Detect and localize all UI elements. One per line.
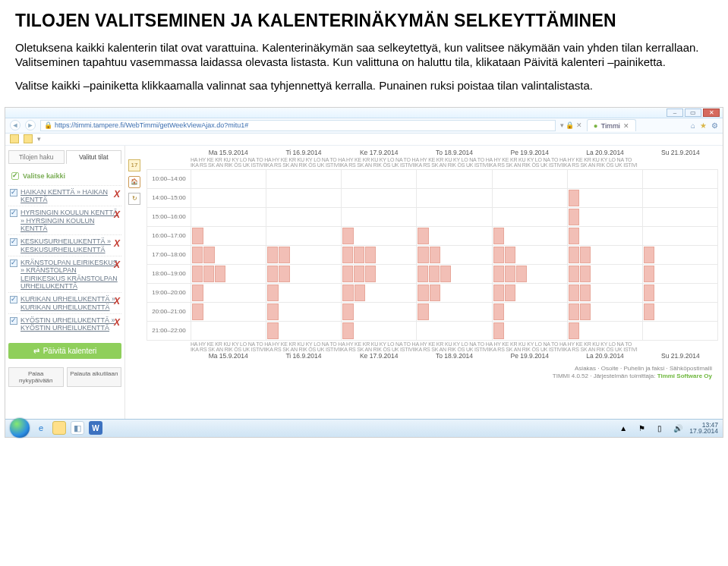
booking-bar[interactable]	[493, 285, 504, 301]
window-minimize-button[interactable]: –	[667, 108, 683, 117]
booking-bar[interactable]	[215, 266, 225, 282]
checkbox-icon[interactable]	[10, 189, 17, 197]
booking-bar[interactable]	[342, 247, 353, 263]
checkbox-icon[interactable]	[10, 259, 17, 267]
calendar-cell[interactable]	[567, 188, 642, 207]
calendar-cell[interactable]	[266, 188, 342, 207]
calendar-cell[interactable]	[342, 226, 417, 245]
booking-bar[interactable]	[354, 266, 364, 282]
calendar-cell[interactable]	[417, 283, 492, 302]
booking-bar[interactable]	[192, 228, 203, 244]
favorite-icon[interactable]	[24, 134, 33, 143]
calendar-cell[interactable]	[567, 264, 642, 283]
booking-bar[interactable]	[644, 303, 655, 320]
calendar-cell[interactable]	[492, 302, 567, 321]
room-item[interactable]: KURIKAN URHEILUKENTTÄ » KURIKAN URHEILUK…	[8, 292, 121, 313]
calendar-cell[interactable]	[266, 207, 342, 226]
checkbox-icon[interactable]	[10, 317, 17, 325]
calendar-cell[interactable]	[492, 245, 567, 264]
booking-bar[interactable]	[203, 247, 214, 263]
booking-bar[interactable]	[365, 247, 376, 263]
booking-bar[interactable]	[418, 247, 428, 263]
calendar-cell[interactable]	[266, 169, 342, 188]
calendar-cell[interactable]	[191, 207, 266, 226]
calendar-cell[interactable]	[492, 226, 567, 245]
booking-bar[interactable]	[418, 266, 428, 282]
remove-room-button[interactable]: X	[114, 189, 120, 200]
booking-bar[interactable]	[430, 247, 440, 263]
tab-tilojen-haku[interactable]: Tilojen haku	[8, 150, 65, 164]
booking-bar[interactable]	[569, 285, 579, 301]
taskbar-clock[interactable]: 13:47 17.9.2014	[689, 422, 718, 435]
booking-bar[interactable]	[418, 228, 429, 244]
calendar-cell[interactable]	[342, 169, 417, 188]
calendar-cell[interactable]	[191, 302, 266, 321]
booking-bar[interactable]	[355, 285, 365, 301]
booking-bar[interactable]	[342, 228, 354, 244]
calendar-cell[interactable]	[191, 226, 266, 245]
taskbar-ie-icon[interactable]: e	[34, 421, 48, 435]
room-item[interactable]: KESKUSURHEILUKENTTÄ » KESKUSURHEILUKENTT…	[8, 234, 121, 256]
calendar-cell[interactable]	[567, 207, 642, 226]
calendar-cell[interactable]	[567, 226, 642, 245]
star-icon[interactable]: ★	[700, 121, 707, 130]
calendar-cell[interactable]	[642, 188, 717, 207]
calendar-cell[interactable]	[191, 264, 266, 283]
booking-bar[interactable]	[644, 247, 655, 263]
booking-bar[interactable]	[267, 266, 278, 282]
window-close-button[interactable]: ✕	[703, 108, 720, 117]
calendar-cell[interactable]	[417, 302, 492, 321]
booking-bar[interactable]	[580, 285, 591, 301]
booking-bar[interactable]	[418, 285, 428, 301]
calendar-cell[interactable]	[417, 169, 492, 188]
booking-bar[interactable]	[493, 303, 505, 320]
booking-bar[interactable]	[267, 322, 279, 339]
nav-back-button[interactable]: ◄	[10, 120, 20, 130]
calendar-cell[interactable]	[417, 264, 492, 283]
calendar-cell[interactable]	[417, 188, 492, 207]
checkbox-icon[interactable]	[10, 296, 17, 303]
calendar-cell[interactable]	[492, 207, 567, 226]
calendar-cell[interactable]	[492, 169, 567, 188]
window-maximize-button[interactable]: ▭	[685, 108, 701, 117]
calendar-cell[interactable]	[191, 245, 266, 264]
booking-bar[interactable]	[516, 266, 527, 282]
gear-icon[interactable]: ⚙	[711, 121, 718, 130]
room-item[interactable]: KRÄNSTOLPAN LEIRIKESKUS » KRÄNSTOLPAN LE…	[8, 256, 121, 292]
remove-room-button[interactable]: X	[114, 296, 120, 307]
booking-bar[interactable]	[569, 190, 580, 206]
home-calendar-icon[interactable]: 🏠	[128, 176, 140, 188]
calendar-cell[interactable]	[642, 169, 717, 188]
calendar-cell[interactable]	[417, 226, 492, 245]
remove-room-button[interactable]: X	[114, 317, 120, 328]
calendar-cell[interactable]	[266, 302, 342, 321]
booking-bar[interactable]	[267, 247, 278, 263]
tab-valitut-tilat[interactable]: Valitut tilat	[66, 150, 122, 164]
booking-bar[interactable]	[493, 266, 504, 282]
room-item[interactable]: KYÖSTIN URHEILUKENTTÄ » KYÖSTIN URHEILUK…	[8, 313, 121, 335]
calendar-cell[interactable]	[191, 169, 266, 188]
room-item[interactable]: HYRSINGIN KOULUN KENTTÄ » HYRSINGIN KOUL…	[8, 206, 121, 234]
calendar-cell[interactable]	[567, 245, 642, 264]
calendar-cell[interactable]	[567, 169, 642, 188]
reset-button[interactable]: Palauta alkutilaan	[67, 367, 122, 387]
calendar-cell[interactable]	[567, 283, 642, 302]
calendar-cell[interactable]	[642, 283, 717, 302]
booking-bar[interactable]	[192, 266, 203, 282]
booking-bar[interactable]	[569, 322, 580, 339]
booking-bar[interactable]	[354, 247, 364, 263]
booking-bar[interactable]	[342, 266, 353, 282]
booking-bar[interactable]	[192, 303, 203, 320]
calendar-cell[interactable]	[642, 245, 717, 264]
update-calendar-button[interactable]: ⇄ Päivitä kalenteri	[8, 343, 121, 359]
calendar-cell[interactable]	[417, 321, 492, 340]
taskbar-word-icon[interactable]: W	[89, 421, 102, 435]
calendar-cell[interactable]	[342, 283, 417, 302]
calendar-cell[interactable]	[492, 188, 567, 207]
refresh-icon[interactable]: ↻	[128, 193, 140, 205]
booking-bar[interactable]	[580, 247, 591, 263]
booking-bar[interactable]	[569, 228, 580, 244]
remove-room-button[interactable]: X	[114, 259, 120, 270]
booking-bar[interactable]	[440, 266, 451, 282]
booking-bar[interactable]	[569, 247, 579, 263]
